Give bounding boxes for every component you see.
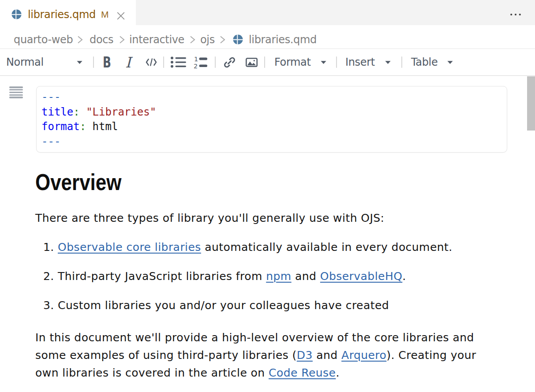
toolbar-separator xyxy=(163,49,164,75)
tab-libraries-qmd[interactable]: libraries.qmd M xyxy=(0,0,136,25)
link[interactable]: ObservableHQ xyxy=(320,270,402,283)
text-segment: Third-party JavaScript libraries from xyxy=(58,270,266,283)
toolbar-separator xyxy=(401,49,402,75)
close-icon[interactable] xyxy=(116,11,125,20)
bold-button[interactable]: B xyxy=(103,49,114,75)
chevron-right-icon xyxy=(189,25,196,49)
paragraph-style-dropdown[interactable]: Normal xyxy=(6,49,44,75)
code-line: --- xyxy=(41,134,507,149)
tab-bar: libraries.qmd M xyxy=(0,0,535,25)
quarto-icon xyxy=(233,25,243,49)
modified-badge: M xyxy=(101,9,109,20)
chevron-right-icon xyxy=(219,25,226,49)
code-line: title: "Libraries" xyxy=(41,105,507,120)
bullet-list-button[interactable] xyxy=(171,49,186,75)
format-menu[interactable]: Format xyxy=(274,49,311,75)
toolbar-separator xyxy=(215,49,216,75)
list-item: Custom libraries you and/or your colleag… xyxy=(35,297,490,314)
table-menu[interactable]: Table xyxy=(411,49,438,75)
breadcrumb: quarto-web docs interactive ojs librarie… xyxy=(0,25,535,49)
editor-actions-ellipsis-icon[interactable] xyxy=(510,11,521,18)
chevron-down-icon[interactable] xyxy=(320,49,327,75)
text-segment: . xyxy=(402,270,406,283)
link[interactable]: Arquero xyxy=(341,349,386,362)
link[interactable]: D3 xyxy=(297,349,313,362)
text-segment: and xyxy=(313,349,341,362)
chevron-right-icon xyxy=(119,25,125,49)
text-segment: . xyxy=(336,366,339,379)
italic-button[interactable]: I xyxy=(125,49,131,75)
code-icon xyxy=(146,58,157,66)
format-menu-label: Format xyxy=(274,56,311,68)
bold-icon: B xyxy=(103,55,111,70)
scrollbar-thumb[interactable] xyxy=(527,76,535,131)
link[interactable]: Observable core libraries xyxy=(58,241,201,254)
breadcrumb-item-interactive[interactable]: interactive xyxy=(129,25,184,49)
list-item: Observable core libraries automatically … xyxy=(35,239,490,256)
text-segment: Custom libraries you and/or your colleag… xyxy=(58,299,389,312)
breadcrumb-item-quarto-web[interactable]: quarto-web xyxy=(14,25,73,49)
svg-text:1: 1 xyxy=(194,56,198,63)
text-segment: automatically available in every documen… xyxy=(201,241,453,254)
link[interactable]: Code Reuse xyxy=(269,366,336,379)
text-segment: and xyxy=(292,270,320,283)
breadcrumb-item-docs[interactable]: docs xyxy=(90,25,113,49)
code-line: format: html xyxy=(41,119,507,134)
paragraph-style-value: Normal xyxy=(6,56,44,68)
insert-menu[interactable]: Insert xyxy=(345,49,375,75)
visual-editor-content[interactable]: ---title: "Libraries"format: html--- Ove… xyxy=(0,76,535,392)
visual-editor-toolbar: Normal B I xyxy=(0,49,535,76)
chevron-down-icon[interactable] xyxy=(447,49,453,75)
breadcrumb-item-file[interactable]: libraries.qmd xyxy=(249,25,317,49)
tab-title: libraries.qmd xyxy=(28,8,96,21)
chevron-down-icon[interactable] xyxy=(385,49,391,75)
bullet-list-icon xyxy=(171,56,186,68)
link[interactable]: npm xyxy=(266,270,291,283)
breadcrumb-item-ojs[interactable]: ojs xyxy=(200,25,215,49)
code-button[interactable] xyxy=(146,49,157,75)
numbered-list-button[interactable]: 1 2 xyxy=(194,49,207,75)
toolbar-separator xyxy=(336,49,337,75)
italic-icon: I xyxy=(125,55,131,70)
yaml-front-matter-block[interactable]: ---title: "Libraries"format: html--- xyxy=(36,86,507,153)
table-menu-label: Table xyxy=(411,56,438,68)
chevron-right-icon xyxy=(77,25,83,49)
toolbar-separator xyxy=(264,49,265,75)
document-body: Overview There are three types of librar… xyxy=(35,171,490,382)
vscode-editor-window: libraries.qmd M quarto-web docs interac xyxy=(0,0,535,392)
chevron-down-icon[interactable] xyxy=(76,49,83,75)
list-item: Third-party JavaScript libraries from np… xyxy=(35,268,490,285)
image-button[interactable] xyxy=(246,49,258,75)
intro-paragraph: There are three types of library you'll … xyxy=(35,209,490,227)
closing-paragraph: In this document we'll provide a high-le… xyxy=(35,329,490,382)
code-line: --- xyxy=(41,90,507,105)
quarto-icon xyxy=(11,9,22,19)
insert-menu-label: Insert xyxy=(345,56,375,68)
numbered-list-icon: 1 2 xyxy=(194,56,207,69)
link-button[interactable] xyxy=(223,49,236,75)
heading-overview: Overview xyxy=(35,171,419,194)
image-icon xyxy=(246,58,258,67)
toolbar-separator xyxy=(93,49,94,75)
library-types-list: Observable core libraries automatically … xyxy=(35,239,490,314)
svg-text:2: 2 xyxy=(194,63,198,69)
block-drag-handle-icon[interactable] xyxy=(9,86,23,98)
link-icon xyxy=(223,56,236,69)
